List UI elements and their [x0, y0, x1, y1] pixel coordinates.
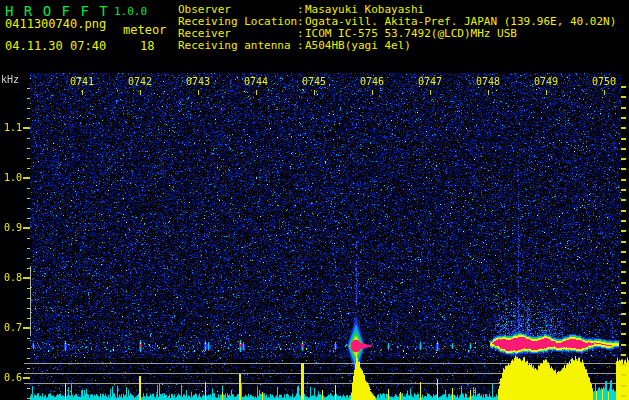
freq-tick-label: 1.0: [0, 172, 22, 184]
station-row: Receiving antenna:A504HB(yagi 4el): [178, 40, 616, 52]
time-tick-label: 0743: [183, 76, 213, 88]
time-tick-label: 0748: [473, 76, 503, 88]
time-tick-label: 0747: [415, 76, 445, 88]
header: H R O F F T 1.0.0 0411300740.png meteor …: [0, 0, 629, 62]
station-label: Receiving antenna: [178, 40, 297, 52]
freq-tick-label: 0.7: [0, 322, 22, 334]
station-value: A504HB(yagi 4el): [305, 40, 411, 52]
freq-tick-label: 0.6: [0, 372, 22, 384]
file-name: 0411300740.png: [5, 17, 106, 31]
echo-count: 18: [140, 39, 154, 53]
datetime: 04.11.30 07:40: [5, 39, 106, 53]
mode-label: meteor: [123, 23, 166, 37]
freq-unit-label: kHz: [1, 74, 19, 86]
freq-tick-label: 0.8: [0, 272, 22, 284]
time-tick-label: 0745: [299, 76, 329, 88]
time-tick-label: 0750: [589, 76, 619, 88]
app-version: 1.0.0: [114, 5, 147, 18]
time-tick-label: 0744: [241, 76, 271, 88]
station-colon: :: [297, 40, 305, 52]
hrofft-screen: H R O F F T 1.0.0 0411300740.png meteor …: [0, 0, 629, 400]
freq-tick-label: 1.1: [0, 122, 22, 134]
time-tick-label: 0749: [531, 76, 561, 88]
time-tick-label: 0746: [357, 76, 387, 88]
time-tick-label: 0742: [125, 76, 155, 88]
freq-tick-label: 0.9: [0, 222, 22, 234]
station-info: Observer:Masayuki KobayashiReceiving Loc…: [178, 4, 616, 52]
time-tick-label: 0741: [67, 76, 97, 88]
